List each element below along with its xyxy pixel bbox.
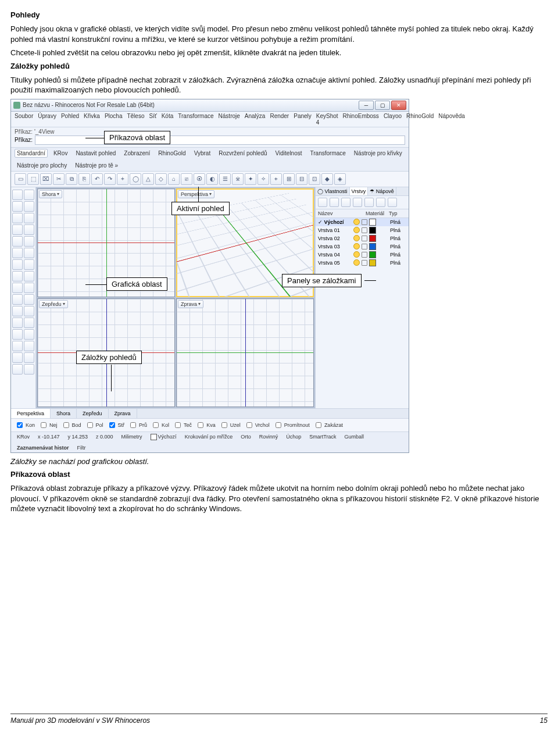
tool-button[interactable] xyxy=(24,236,34,247)
layer-row[interactable]: ✓ VýchozíPlná xyxy=(316,218,409,226)
panel-tab[interactable]: Vrstvy xyxy=(350,187,369,195)
layer-color-swatch[interactable] xyxy=(369,219,376,226)
layer-tool-icon[interactable] xyxy=(341,198,350,207)
tool-button[interactable] xyxy=(24,248,34,258)
layer-row[interactable]: Vrstva 03Plná xyxy=(316,243,409,251)
menu-item[interactable]: Nápověda xyxy=(438,113,465,126)
toolbar-button[interactable]: ⊡ xyxy=(309,173,320,185)
viewport-tab[interactable]: Zprava xyxy=(109,409,137,418)
layer-color-swatch[interactable] xyxy=(369,227,376,234)
tool-button[interactable] xyxy=(12,224,23,235)
toolbar-button[interactable]: △ xyxy=(142,173,154,185)
osnap-option[interactable]: Pol xyxy=(85,420,103,430)
tool-button[interactable] xyxy=(12,236,23,247)
ribbon-tab[interactable]: RhinoGold xyxy=(156,149,188,158)
tool-button[interactable] xyxy=(12,306,23,316)
close-button[interactable]: ✕ xyxy=(391,101,406,110)
osnap-option[interactable]: Vrchol xyxy=(244,420,270,430)
tool-button[interactable] xyxy=(12,259,23,270)
status-osnap[interactable]: Úchop xyxy=(284,433,303,440)
toolbar-button[interactable]: ✦ xyxy=(245,173,256,185)
layer-tool-icon[interactable] xyxy=(330,198,339,207)
panel-tab[interactable]: ☂ Nápově xyxy=(368,187,396,195)
viewport-title-top[interactable]: Shora xyxy=(39,190,62,198)
minimize-button[interactable]: ─ xyxy=(359,101,374,110)
layer-visibility-icon[interactable] xyxy=(353,235,360,241)
layer-row[interactable]: Vrstva 02Plná xyxy=(316,234,409,243)
layer-tool-icon[interactable] xyxy=(353,198,362,207)
layer-visibility-icon[interactable] xyxy=(353,219,360,225)
layer-color-swatch[interactable] xyxy=(369,251,376,258)
ribbon-tab[interactable]: Viditelnost xyxy=(273,149,305,158)
layer-visibility-icon[interactable] xyxy=(353,259,360,266)
tool-button[interactable] xyxy=(24,364,34,375)
menu-item[interactable]: Panely xyxy=(294,113,312,126)
viewport-tab[interactable]: Shora xyxy=(51,409,77,418)
layer-lock-icon[interactable] xyxy=(362,236,367,241)
layer-color-swatch[interactable] xyxy=(369,259,376,266)
toolbar-button[interactable]: ⧉ xyxy=(66,173,77,185)
viewport-tab[interactable]: Zepředu xyxy=(77,409,109,418)
menu-item[interactable]: Render xyxy=(270,113,289,126)
tool-button[interactable] xyxy=(24,306,34,316)
layer-tool-icon[interactable] xyxy=(376,198,385,207)
viewport-right[interactable]: Zprava xyxy=(176,298,314,407)
toolbar-button[interactable]: ⬚ xyxy=(27,173,39,185)
menu-item[interactable]: Clayoo xyxy=(384,113,402,126)
menu-item[interactable]: Analýza xyxy=(245,113,266,126)
ribbon-tab[interactable]: Zobrazení xyxy=(121,149,152,158)
toolbar-button[interactable]: ◈ xyxy=(334,173,346,185)
menu-item[interactable]: Pohled xyxy=(61,113,79,126)
menu-item[interactable]: Kóta xyxy=(162,113,174,126)
toolbar-button[interactable]: ◇ xyxy=(155,173,167,185)
layer-color-swatch[interactable] xyxy=(369,243,376,250)
tool-button[interactable] xyxy=(12,329,23,340)
ribbon-tab[interactable]: Nastavit pohled xyxy=(73,149,118,158)
osnap-option[interactable]: Bod xyxy=(61,420,81,430)
status-planar[interactable]: Rovinný xyxy=(257,433,281,440)
ribbon-tab[interactable]: Vybrat xyxy=(192,149,213,158)
tool-button[interactable] xyxy=(24,224,34,235)
toolbar-button[interactable]: ☰ xyxy=(219,173,231,185)
layer-lock-icon[interactable] xyxy=(362,260,367,266)
tool-button[interactable] xyxy=(12,248,23,258)
toolbar-button[interactable]: ⎚ xyxy=(181,173,192,185)
tool-button[interactable] xyxy=(24,341,34,351)
osnap-option[interactable]: Kon xyxy=(15,420,35,430)
layer-tool-icon[interactable] xyxy=(318,198,327,207)
osnap-option[interactable]: Uzel xyxy=(219,420,241,430)
layer-row[interactable]: Vrstva 04Plná xyxy=(316,251,409,259)
tool-button[interactable] xyxy=(12,213,23,223)
menu-item[interactable]: RhinoEmboss xyxy=(343,113,379,126)
menu-item[interactable]: Transformace xyxy=(178,113,213,126)
toolbar-button[interactable]: ⎘ xyxy=(78,173,90,185)
toolbar-button[interactable]: ※ xyxy=(232,173,244,185)
command-input[interactable] xyxy=(35,135,405,145)
panel-tab[interactable]: ◯ Vlastnosti xyxy=(316,187,350,195)
tool-button[interactable] xyxy=(24,259,34,270)
tool-button[interactable] xyxy=(24,190,34,200)
menu-item[interactable]: Těleso xyxy=(127,113,144,126)
tool-button[interactable] xyxy=(24,201,34,212)
menu-item[interactable]: Nástroje xyxy=(219,113,240,126)
tool-button[interactable] xyxy=(24,271,34,281)
toolbar-button[interactable]: + xyxy=(117,173,128,185)
tool-button[interactable] xyxy=(12,318,23,328)
tool-button[interactable] xyxy=(12,341,23,351)
toolbar-button[interactable]: ⊞ xyxy=(283,173,295,185)
layer-row[interactable]: Vrstva 01Plná xyxy=(316,226,409,234)
toolbar-button[interactable]: ↶ xyxy=(91,173,103,185)
ribbon-tab[interactable]: Nástroje pro křivky xyxy=(352,149,405,158)
osnap-option[interactable]: Promítnout xyxy=(273,420,310,430)
tool-button[interactable] xyxy=(12,283,23,293)
menu-item[interactable]: Plocha xyxy=(105,113,123,126)
toolbar-button[interactable]: ⌖ xyxy=(270,173,282,185)
layer-lock-icon[interactable] xyxy=(362,244,367,249)
toolbar-button[interactable]: ⌂ xyxy=(168,173,180,185)
viewport-title-right[interactable]: Zprava xyxy=(178,300,203,308)
toolbar-button[interactable]: ◯ xyxy=(130,173,141,185)
menu-item[interactable]: Síť xyxy=(149,113,156,126)
menu-item[interactable]: Křivka xyxy=(84,113,100,126)
osnap-option[interactable]: Kol xyxy=(151,420,169,430)
ribbon-tab[interactable]: Standardní xyxy=(15,149,48,158)
